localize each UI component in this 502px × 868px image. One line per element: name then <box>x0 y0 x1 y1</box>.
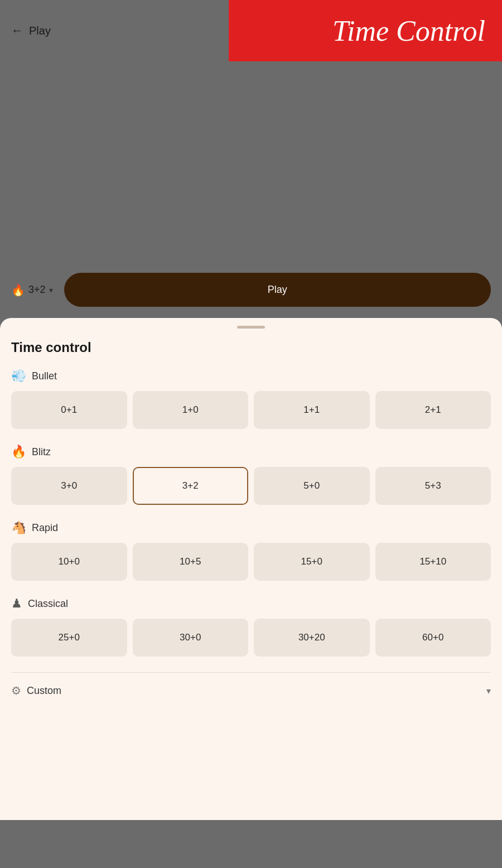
time-option[interactable]: 30+0 <box>133 619 249 657</box>
category-classical: ♟ Classical 25+0 30+0 30+20 60+0 <box>11 596 491 657</box>
classical-label: Classical <box>28 598 68 610</box>
time-option[interactable]: 5+3 <box>375 467 491 505</box>
banner-title: Time Control <box>332 15 485 47</box>
category-bullet: 💨 Bullet 0+1 1+0 1+1 2+1 <box>11 369 491 429</box>
blitz-options: 3+0 3+2 5+0 5+3 <box>11 467 491 505</box>
blitz-label: Blitz <box>32 446 51 458</box>
custom-row[interactable]: ⚙ Custom ▾ <box>11 672 491 708</box>
back-navigation[interactable]: ← Play <box>0 7 62 55</box>
custom-settings-icon: ⚙ <box>11 684 21 697</box>
bottom-sheet: Time control 💨 Bullet 0+1 1+0 1+1 2+1 🔥 … <box>0 318 502 820</box>
play-bar: 🔥 3+2 ▾ Play <box>0 273 502 318</box>
rapid-label: Rapid <box>32 522 58 534</box>
time-option[interactable]: 1+0 <box>133 391 249 429</box>
main-area: 🔥 3+2 ▾ Play <box>0 61 502 318</box>
category-blitz: 🔥 Blitz 3+0 3+2 5+0 5+3 <box>11 445 491 505</box>
custom-chevron-icon: ▾ <box>486 686 491 696</box>
back-label: Play <box>29 25 51 37</box>
fire-icon: 🔥 <box>11 283 25 297</box>
time-display: 3+2 <box>28 284 46 296</box>
time-selector-button[interactable]: 🔥 3+2 ▾ <box>11 283 53 297</box>
category-rapid: 🐴 Rapid 10+0 10+5 15+0 15+10 <box>11 520 491 581</box>
classical-header: ♟ Classical <box>11 596 491 611</box>
time-control-banner: Time Control <box>229 0 502 61</box>
time-option[interactable]: 5+0 <box>254 467 370 505</box>
time-option[interactable]: 60+0 <box>375 619 491 657</box>
bullet-header: 💨 Bullet <box>11 369 491 383</box>
blitz-icon: 🔥 <box>11 445 26 459</box>
time-option[interactable]: 1+1 <box>254 391 370 429</box>
rapid-options: 10+0 10+5 15+0 15+10 <box>11 543 491 581</box>
bullet-options: 0+1 1+0 1+1 2+1 <box>11 391 491 429</box>
sheet-handle[interactable] <box>11 318 491 340</box>
top-header: ← Play Time Control <box>0 0 502 61</box>
chevron-down-icon: ▾ <box>49 286 53 295</box>
time-option[interactable]: 25+0 <box>11 619 127 657</box>
bullet-icon: 💨 <box>11 369 26 383</box>
time-option[interactable]: 2+1 <box>375 391 491 429</box>
time-option[interactable]: 10+0 <box>11 543 127 581</box>
time-option[interactable]: 10+5 <box>133 543 249 581</box>
time-option[interactable]: 30+20 <box>254 619 370 657</box>
rapid-icon: 🐴 <box>11 520 26 535</box>
time-option[interactable]: 0+1 <box>11 391 127 429</box>
back-arrow-icon: ← <box>11 23 23 38</box>
time-option-selected[interactable]: 3+2 <box>133 467 249 505</box>
bullet-label: Bullet <box>32 370 57 382</box>
classical-options: 25+0 30+0 30+20 60+0 <box>11 619 491 657</box>
rapid-header: 🐴 Rapid <box>11 520 491 535</box>
time-option[interactable]: 15+0 <box>254 543 370 581</box>
blitz-header: 🔥 Blitz <box>11 445 491 459</box>
sheet-title: Time control <box>11 340 491 355</box>
custom-left: ⚙ Custom <box>11 684 61 697</box>
handle-bar <box>237 326 265 329</box>
custom-label: Custom <box>27 685 61 697</box>
time-option[interactable]: 15+10 <box>375 543 491 581</box>
time-option[interactable]: 3+0 <box>11 467 127 505</box>
play-button[interactable]: Play <box>64 273 491 307</box>
classical-icon: ♟ <box>11 596 22 611</box>
